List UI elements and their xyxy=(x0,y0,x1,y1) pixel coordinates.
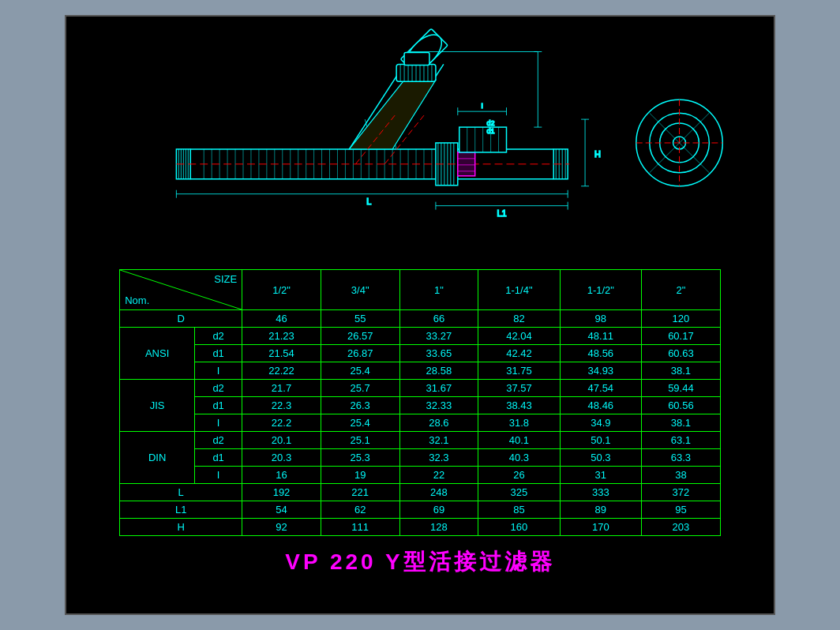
nom-label: Nom. xyxy=(125,294,149,306)
param-L1: L1 xyxy=(120,501,242,519)
param-H: H xyxy=(120,519,242,536)
svg-text:I: I xyxy=(481,101,483,110)
page-title: VP 220 Y型活接过滤器 xyxy=(285,547,554,577)
main-panel: L L1 H I xyxy=(65,15,775,615)
svg-text:L: L xyxy=(366,197,371,206)
col-114: 1-1/4" xyxy=(478,270,560,310)
svg-text:L1: L1 xyxy=(497,208,506,218)
svg-text:d1: d1 xyxy=(487,127,495,135)
col-1: 1" xyxy=(399,270,478,310)
spec-table-area: SIZE Nom. 1/2" 3/4" 1" 1-1/4" 1-1/2" 2" … xyxy=(119,269,721,536)
jis-label: JIS xyxy=(120,380,195,432)
spec-table: SIZE Nom. 1/2" 3/4" 1" 1-1/4" 1-1/2" 2" … xyxy=(119,269,721,536)
svg-rect-99 xyxy=(404,52,429,65)
col-112: 1-1/2" xyxy=(560,270,641,310)
col-2: 2" xyxy=(642,270,721,310)
param-L: L xyxy=(120,484,242,501)
svg-text:H: H xyxy=(594,149,601,159)
ansi-label: ANSI xyxy=(120,328,195,380)
svg-text:d2: d2 xyxy=(487,119,495,127)
size-label: SIZE xyxy=(214,273,237,285)
col-3q: 3/4" xyxy=(321,270,399,310)
col-half: 1/2" xyxy=(242,270,321,310)
svg-rect-76 xyxy=(458,152,475,176)
param-D: D xyxy=(120,310,242,328)
din-label: DIN xyxy=(120,432,195,484)
drawing-area: L L1 H I xyxy=(66,17,774,261)
